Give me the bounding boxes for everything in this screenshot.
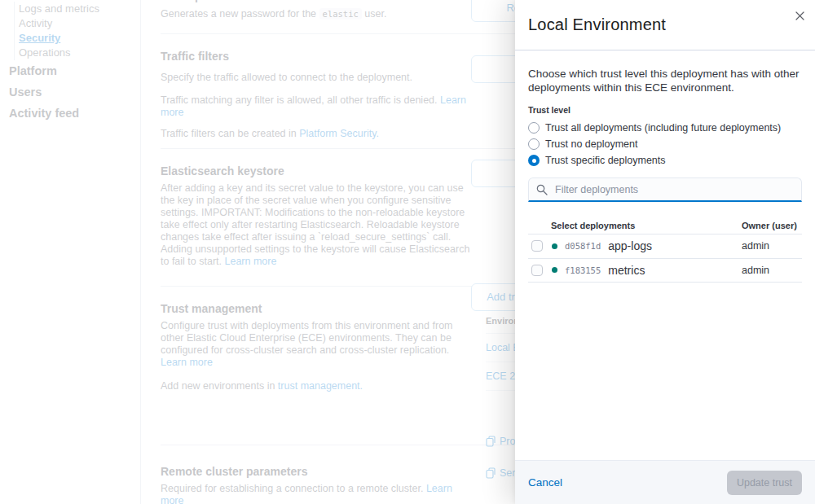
close-icon: [795, 11, 804, 20]
flyout-title: Local Environment: [528, 15, 666, 34]
radio-label: Trust all deployments (including future …: [545, 122, 781, 134]
filter-deployments-input[interactable]: [528, 177, 802, 202]
flyout-header: Local Environment: [515, 0, 815, 50]
deployment-name-link[interactable]: app-logs: [608, 239, 652, 252]
deployment-owner: admin: [742, 265, 802, 276]
radio-selected-icon: [528, 155, 540, 166]
flyout-body: Choose which trust level this deployment…: [515, 50, 815, 283]
flyout-intro-text: Choose which trust level this deployment…: [528, 67, 802, 94]
local-environment-flyout: Local Environment Choose which trust lev…: [515, 0, 815, 504]
radio-icon: [528, 138, 540, 150]
deployment-id: d058f1d: [565, 241, 601, 251]
table-header-row: Select deployments Owner (user): [528, 217, 802, 234]
radio-trust-specific-deployments[interactable]: Trust specific deployments: [528, 152, 802, 169]
radio-label: Trust specific deployments: [545, 155, 666, 166]
table-row: d058f1d app-logs admin: [528, 234, 802, 259]
deployment-id: f183155: [565, 265, 601, 275]
radio-trust-all-deployments[interactable]: Trust all deployments (including future …: [528, 120, 802, 136]
trust-level-radio-group: Trust all deployments (including future …: [528, 120, 802, 169]
app-window: Logs and metrics Activity Security Opera…: [0, 0, 815, 504]
health-dot-icon: [552, 243, 557, 249]
deployment-filter: [528, 177, 802, 202]
cancel-button[interactable]: Cancel: [528, 476, 562, 489]
table-row: f183155 metrics admin: [528, 259, 802, 283]
flyout-footer: Cancel Update trust: [515, 460, 815, 504]
col-owner-user: Owner (user): [742, 221, 802, 230]
close-button[interactable]: [791, 7, 808, 24]
row-checkbox[interactable]: [531, 265, 543, 276]
deployment-owner: admin: [742, 240, 802, 252]
radio-trust-no-deployment[interactable]: Trust no deployment: [528, 136, 802, 152]
search-icon: [536, 184, 548, 195]
health-dot-icon: [552, 267, 557, 273]
radio-icon: [528, 122, 540, 134]
row-checkbox[interactable]: [531, 240, 543, 252]
deployment-name-link[interactable]: metrics: [608, 264, 645, 277]
update-trust-button[interactable]: Update trust: [727, 471, 802, 495]
select-deployments-table: Select deployments Owner (user) d058f1d …: [528, 217, 802, 283]
radio-label: Trust no deployment: [545, 138, 637, 150]
col-select-deployments: Select deployments: [551, 221, 635, 230]
trust-level-label: Trust level: [528, 105, 802, 115]
